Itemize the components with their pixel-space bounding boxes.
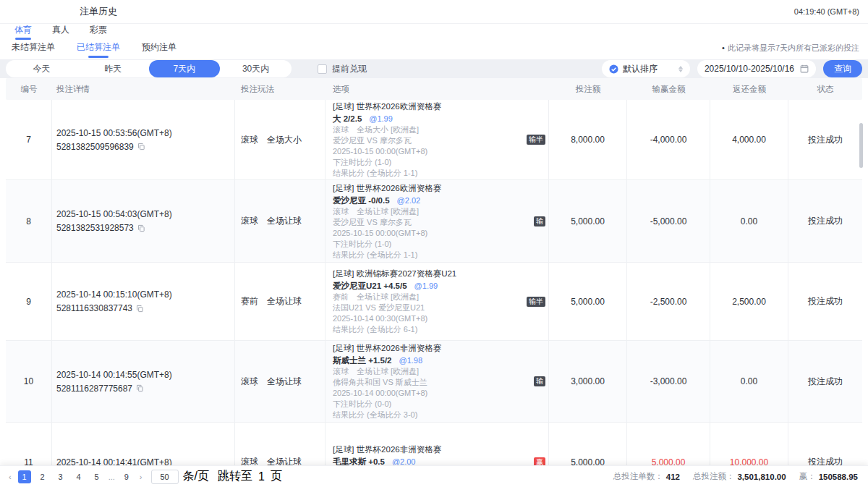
prev-page-button[interactable]: ‹ bbox=[7, 473, 13, 481]
result-badge: 输 bbox=[534, 376, 545, 386]
pick-line: 爱沙尼亚U21 +4.5/5@1.99 bbox=[333, 279, 527, 292]
pick-line: 斯威士兰 +1.5/2@1.98 bbox=[333, 354, 534, 366]
page-size-input[interactable] bbox=[151, 470, 179, 484]
column-header-5: 输赢金额 bbox=[627, 84, 710, 95]
selection-lines: [足球] 世界杯2026非洲资格赛斯威士兰 +1.5/2@1.98滚球 全场让球… bbox=[333, 342, 534, 420]
table-row: 102025-10-14 00:14:55(GMT+8)528111628777… bbox=[6, 340, 862, 422]
pick-line: 毛里求斯 +0.5@2.00 bbox=[333, 455, 534, 465]
next-page-button[interactable]: › bbox=[138, 473, 144, 481]
calendar-icon bbox=[800, 64, 809, 73]
page-button-5[interactable]: 5 bbox=[90, 470, 103, 483]
sort-select[interactable]: 默认排序 bbox=[602, 60, 690, 77]
column-header-3: 选项 bbox=[326, 84, 549, 95]
bet-amount: 5,000.00 bbox=[549, 423, 627, 465]
bet-id: 5281116330837743 bbox=[56, 303, 132, 313]
subtab-settled[interactable]: 已结算注单 bbox=[75, 41, 122, 59]
status-text: 投注成功 bbox=[788, 263, 862, 340]
copy-icon[interactable] bbox=[137, 224, 145, 232]
subtab-unsettled[interactable]: 未结算注单 bbox=[10, 41, 56, 59]
scrollbar[interactable] bbox=[859, 123, 863, 168]
range-yesterday[interactable]: 昨天 bbox=[77, 60, 149, 77]
range-30days[interactable]: 30天内 bbox=[220, 60, 292, 77]
early-cashout-label: 提前兑现 bbox=[332, 63, 367, 75]
league-name: [足球] 世界杯2026非洲资格赛 bbox=[333, 342, 534, 354]
selection-cell: [足球] 世界杯2026欧洲资格赛大 2/2.5@1.99滚球 全场大小 [欧洲… bbox=[326, 100, 549, 179]
selection-detail-line: 结果比分 (全场比分 6-1) bbox=[333, 324, 527, 335]
bet-play-type: 滚球 全场让球 bbox=[235, 423, 326, 465]
result-badge: 赢 bbox=[534, 457, 545, 466]
row-number: 7 bbox=[6, 100, 52, 179]
bet-time: 2025-10-15 00:54:03(GMT+8) bbox=[56, 209, 172, 219]
tab-sports[interactable]: 体育 bbox=[13, 24, 33, 40]
tab-lottery[interactable]: 彩票 bbox=[88, 24, 109, 40]
bet-play-type: 滚球 全场让球 bbox=[235, 341, 326, 422]
copy-icon[interactable] bbox=[137, 143, 145, 151]
range-7days[interactable]: 7天内 bbox=[149, 60, 221, 77]
win-loss-amount: -3,000.00 bbox=[627, 341, 710, 422]
result-badge: 输半 bbox=[527, 297, 545, 307]
page-button-4[interactable]: 4 bbox=[72, 470, 85, 483]
selection-detail-line: 下注时比分 (1-0) bbox=[333, 157, 527, 168]
pick-name: 爱沙尼亚 -0/0.5 bbox=[333, 196, 390, 205]
column-header-4: 投注额 bbox=[549, 84, 627, 95]
bet-time: 2025-10-14 00:14:41(GMT+8) bbox=[56, 457, 172, 466]
page-unit-label: 页 bbox=[271, 469, 282, 484]
selection-detail-line: 爱沙尼亚 VS 摩尔多瓦 bbox=[333, 217, 534, 228]
column-header-1: 投注详情 bbox=[52, 84, 235, 95]
selection-detail-line: 滚球 全场大小 [欧洲盘] bbox=[333, 124, 527, 135]
bet-id-line: 5281382509596839 bbox=[56, 142, 145, 152]
row-number: 11 bbox=[6, 423, 52, 465]
bet-play-type: 滚球 全场让球 bbox=[235, 180, 326, 262]
page-button-3[interactable]: 3 bbox=[54, 470, 67, 483]
total-bet-amount: 总投注额： 3,501,810.00 bbox=[693, 471, 786, 482]
note-text: 此记录将显示7天内所有已派彩的投注 bbox=[728, 43, 859, 52]
page-button-2[interactable]: 2 bbox=[36, 470, 49, 483]
odds-value: @1.99 bbox=[369, 114, 393, 123]
jump-group: 跳转至 1 页 bbox=[218, 469, 282, 484]
checkbox-icon[interactable] bbox=[318, 64, 327, 74]
tab-live[interactable]: 真人 bbox=[51, 24, 71, 40]
top-bar: 注单历史 04:19:40 (GMT+8) bbox=[0, 0, 868, 24]
table-header: 编号投注详情投注玩法选项投注额输赢金额返还金额状态 bbox=[6, 78, 862, 100]
jump-label: 跳转至 bbox=[218, 469, 252, 484]
sorter-arrows-icon bbox=[678, 66, 683, 72]
selection-lines: [足球] 世界杯2026欧洲资格赛爱沙尼亚 -0/0.5@2.02滚球 全场让球… bbox=[333, 182, 534, 261]
bet-id-line: 5281116330837743 bbox=[56, 303, 144, 313]
query-button[interactable]: 查询 bbox=[823, 60, 862, 77]
return-amount: 4,000.00 bbox=[710, 100, 788, 179]
copy-icon[interactable] bbox=[136, 305, 144, 313]
range-today[interactable]: 今天 bbox=[6, 60, 77, 77]
copy-icon[interactable] bbox=[136, 384, 144, 392]
early-cashout-checkbox-row[interactable]: 提前兑现 bbox=[318, 63, 367, 75]
league-name: [足球] 世界杯2026欧洲资格赛 bbox=[333, 101, 527, 112]
bet-play-type: 滚球 全场大小 bbox=[235, 100, 326, 179]
sort-select-value: 默认排序 bbox=[623, 63, 658, 75]
bet-time: 2025-10-14 00:15:10(GMT+8) bbox=[56, 289, 172, 300]
selection-cell: [足球] 世界杯2026非洲资格赛毛里求斯 +0.5@2.00滚球 全场让球 [… bbox=[326, 423, 549, 465]
bet-id: 5281382531928573 bbox=[56, 223, 134, 233]
bet-detail-cell: 2025-10-14 00:15:10(GMT+8)52811163308377… bbox=[52, 263, 235, 340]
row-number: 10 bbox=[6, 341, 52, 422]
win-loss-amount: -4,000.00 bbox=[627, 100, 710, 179]
bet-amount: 5,000.00 bbox=[549, 180, 627, 262]
note-bullet: • bbox=[722, 43, 725, 52]
return-amount: 2,500.00 bbox=[710, 263, 788, 340]
win-loss-amount: -5,000.00 bbox=[627, 180, 710, 262]
check-circle-icon bbox=[609, 64, 618, 74]
selection-detail-line: 滚球 全场让球 [欧洲盘] bbox=[333, 206, 534, 217]
odds-value: @1.98 bbox=[399, 356, 423, 365]
selection-cell: [足球] 世界杯2026非洲资格赛斯威士兰 +1.5/2@1.98滚球 全场让球… bbox=[326, 341, 549, 422]
page-button-9[interactable]: 9 bbox=[120, 470, 133, 483]
date-range-picker[interactable]: 2025/10/10-2025/10/16 bbox=[697, 60, 816, 77]
pagination: ‹12345...9› bbox=[7, 470, 144, 483]
subtab-reserved[interactable]: 预约注单 bbox=[140, 41, 178, 59]
page-button-1[interactable]: 1 bbox=[18, 470, 31, 483]
odds-value: @2.02 bbox=[397, 196, 421, 205]
page-title: 注单历史 bbox=[80, 5, 117, 18]
jump-page-input[interactable]: 1 bbox=[258, 470, 265, 483]
return-amount: 10,000.00 bbox=[710, 423, 788, 465]
bet-history-page: 注单历史 04:19:40 (GMT+8) 体育真人彩票 未结算注单已结算注单预… bbox=[0, 0, 868, 487]
bet-amount: 5,000.00 bbox=[549, 263, 627, 340]
totals: 总投注单数： 412 总投注额： 3,501,810.00 赢： 150588.… bbox=[613, 471, 861, 482]
category-tabs: 体育真人彩票 bbox=[0, 24, 868, 40]
